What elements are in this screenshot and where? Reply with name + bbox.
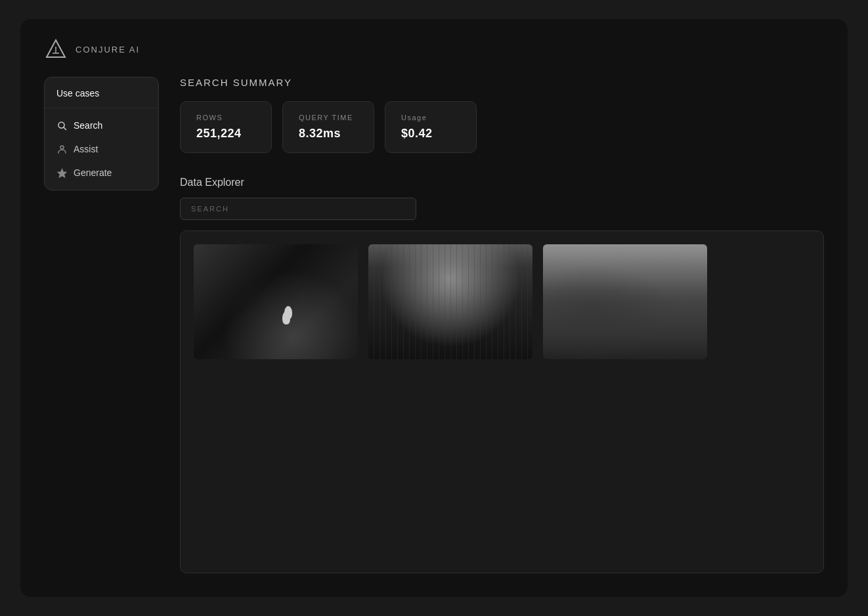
search-summary-title: SEARCH SUMMARY: [180, 77, 824, 88]
stat-card-query-time: QUERY TIME 8.32ms: [282, 101, 374, 153]
data-explorer-search-input[interactable]: [180, 198, 416, 220]
gallery-image-3[interactable]: [543, 244, 707, 359]
header: CONJURE AI: [20, 19, 848, 72]
stat-card-rows: ROWS 251,224: [180, 101, 272, 153]
sidebar-section-title: Use cases: [45, 77, 158, 108]
star-icon: [56, 167, 67, 178]
sidebar-item-search[interactable]: Search: [45, 114, 158, 137]
sidebar-item-assist[interactable]: Assist: [45, 137, 158, 161]
sidebar-panel: Use cases Search: [44, 77, 159, 190]
stats-row: ROWS 251,224 QUERY TIME 8.32ms Usage $0.…: [180, 101, 824, 153]
stat-card-usage: Usage $0.42: [385, 101, 477, 153]
app-window: CONJURE AI Use cases Search: [20, 19, 848, 597]
sidebar-item-generate-label: Generate: [74, 167, 112, 178]
svg-marker-6: [58, 169, 66, 177]
content-area: SEARCH SUMMARY ROWS 251,224 QUERY TIME 8…: [180, 72, 824, 573]
sidebar-item-search-label: Search: [74, 120, 102, 131]
logo-text: CONJURE AI: [76, 45, 140, 55]
stat-value-usage: $0.42: [401, 127, 460, 141]
stat-label-usage: Usage: [401, 114, 460, 121]
stat-value-query-time: 8.32ms: [299, 127, 358, 141]
sidebar-item-generate[interactable]: Generate: [45, 161, 158, 185]
person-icon: [56, 144, 67, 154]
image-grid: [194, 244, 810, 359]
gallery-image-1[interactable]: [194, 244, 358, 359]
sidebar-item-assist-label: Assist: [74, 144, 98, 154]
logo-icon: [44, 37, 68, 61]
stat-label-rows: ROWS: [196, 114, 255, 121]
stat-label-query-time: QUERY TIME: [299, 114, 358, 121]
main-content: Use cases Search: [20, 72, 848, 597]
search-input-wrapper: [180, 198, 824, 220]
search-icon: [56, 120, 67, 131]
stat-value-rows: 251,224: [196, 127, 255, 141]
image-gallery-panel: [180, 231, 824, 573]
svg-line-4: [63, 127, 66, 129]
data-explorer-title: Data Explorer: [180, 177, 824, 188]
svg-point-5: [60, 146, 64, 149]
sidebar-items: Search Assist: [45, 108, 158, 190]
gallery-image-2[interactable]: [368, 244, 532, 359]
sidebar: Use cases Search: [44, 77, 159, 573]
